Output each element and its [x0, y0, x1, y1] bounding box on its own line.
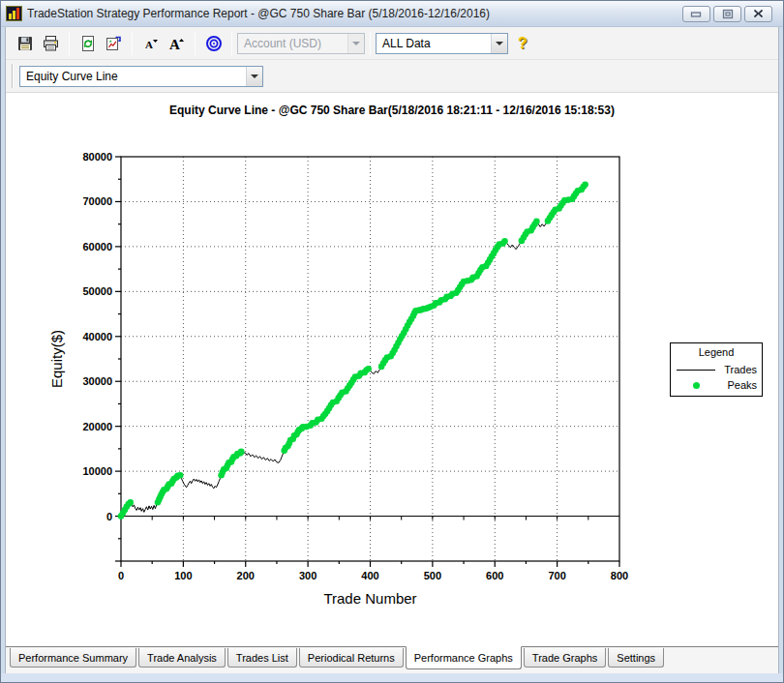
- svg-text:700: 700: [548, 570, 565, 581]
- legend-label-trades: Trades: [716, 364, 757, 375]
- tab-trade-graphs[interactable]: Trade Graphs: [524, 648, 606, 668]
- svg-text:Equity($): Equity($): [48, 330, 65, 388]
- peaks-dot-sample: [676, 382, 716, 389]
- svg-text:300: 300: [299, 570, 317, 581]
- decrease-font-button[interactable]: A: [137, 31, 164, 56]
- svg-text:200: 200: [237, 570, 255, 581]
- toolbar-separator: [69, 32, 70, 55]
- account-select-value: Account (USD): [244, 37, 321, 50]
- report-settings-button[interactable]: [101, 31, 127, 56]
- svg-text:100: 100: [174, 570, 192, 581]
- app-icon: [6, 6, 22, 21]
- title-bar[interactable]: TradeStation Strategy Performance Report…: [1, 1, 783, 27]
- equity-chart: 0100002000030000400005000060000700008000…: [6, 93, 780, 646]
- tab-trades-list[interactable]: Trades List: [227, 648, 297, 668]
- svg-text:50000: 50000: [82, 285, 112, 297]
- svg-text:500: 500: [424, 570, 441, 581]
- graph-type-select-arrow[interactable]: [246, 67, 262, 86]
- svg-text:800: 800: [611, 570, 628, 581]
- target-button[interactable]: [200, 31, 226, 56]
- tab-settings[interactable]: Settings: [608, 648, 664, 668]
- svg-text:400: 400: [361, 570, 378, 581]
- svg-text:0: 0: [106, 511, 112, 522]
- decrease-font-icon: A: [142, 35, 160, 52]
- tab-periodical-returns[interactable]: Periodical Returns: [299, 648, 404, 668]
- tab-bar: Performance SummaryTrade AnalysisTrades …: [6, 646, 778, 673]
- close-button[interactable]: [744, 6, 772, 22]
- legend-title: Legend: [671, 343, 762, 362]
- account-select: Account (USD): [237, 33, 365, 54]
- legend-label-peaks: Peaks: [716, 379, 757, 391]
- legend-entry-trades: Trades: [671, 362, 762, 377]
- svg-text:40000: 40000: [82, 331, 112, 342]
- svg-text:20000: 20000: [82, 421, 112, 432]
- account-select-arrow: [347, 34, 364, 53]
- status-bar: [1, 673, 783, 682]
- window-title: TradeStation Strategy Performance Report…: [27, 7, 678, 20]
- tab-trade-analysis[interactable]: Trade Analysis: [138, 648, 226, 668]
- graph-type-select[interactable]: Equity Curve Line: [19, 66, 263, 87]
- tab-performance-summary[interactable]: Performance Summary: [10, 648, 136, 668]
- chart-area: Equity Curve Line - @GC 750 Share Bar(5/…: [6, 93, 778, 646]
- chart-legend: Legend Trades Peaks: [670, 342, 763, 397]
- toolbar-separator: [231, 32, 232, 55]
- close-icon: [753, 9, 764, 18]
- report-settings-icon: [105, 35, 123, 52]
- tab-performance-graphs[interactable]: Performance Graphs: [406, 646, 522, 669]
- data-range-select-value: ALL Data: [382, 37, 431, 50]
- svg-text:A: A: [145, 39, 153, 50]
- svg-text:A: A: [169, 37, 180, 52]
- save-button[interactable]: [12, 31, 38, 56]
- maximize-icon: [722, 9, 734, 19]
- tradestation-performance-report-window: TradeStation Strategy Performance Report…: [0, 0, 784, 683]
- graph-selector-bar: Equity Curve Line: [6, 60, 778, 93]
- print-icon: [42, 35, 60, 52]
- svg-text:70000: 70000: [82, 195, 112, 207]
- increase-font-icon: A: [167, 35, 186, 52]
- svg-text:600: 600: [486, 570, 503, 581]
- minimize-button[interactable]: [682, 6, 710, 22]
- trades-line-sample: [676, 370, 716, 371]
- maximize-button[interactable]: [713, 6, 741, 22]
- svg-text:30000: 30000: [82, 375, 112, 387]
- help-icon[interactable]: ?: [518, 35, 528, 52]
- toolbar-separator: [195, 32, 196, 55]
- toolbar-separator: [132, 32, 133, 55]
- svg-text:Trade Number: Trade Number: [323, 590, 416, 607]
- refresh-icon: [79, 35, 97, 52]
- refresh-report-button[interactable]: [75, 31, 101, 56]
- data-range-select[interactable]: ALL Data: [376, 33, 508, 54]
- graph-type-select-value: Equity Curve Line: [26, 70, 118, 83]
- print-button[interactable]: [38, 31, 64, 56]
- minimize-icon: [690, 10, 703, 18]
- legend-entry-peaks: Peaks: [671, 377, 762, 393]
- svg-text:60000: 60000: [82, 241, 112, 252]
- data-range-select-arrow[interactable]: [491, 34, 507, 53]
- svg-text:10000: 10000: [82, 465, 112, 477]
- svg-text:0: 0: [118, 570, 124, 581]
- bullseye-icon: [205, 35, 223, 52]
- svg-text:80000: 80000: [82, 151, 112, 163]
- main-toolbar: A A Account (USD) ALL Data ?: [6, 27, 778, 60]
- toolbar-separator: [370, 32, 371, 55]
- increase-font-button[interactable]: A: [164, 31, 190, 56]
- save-icon: [16, 35, 34, 52]
